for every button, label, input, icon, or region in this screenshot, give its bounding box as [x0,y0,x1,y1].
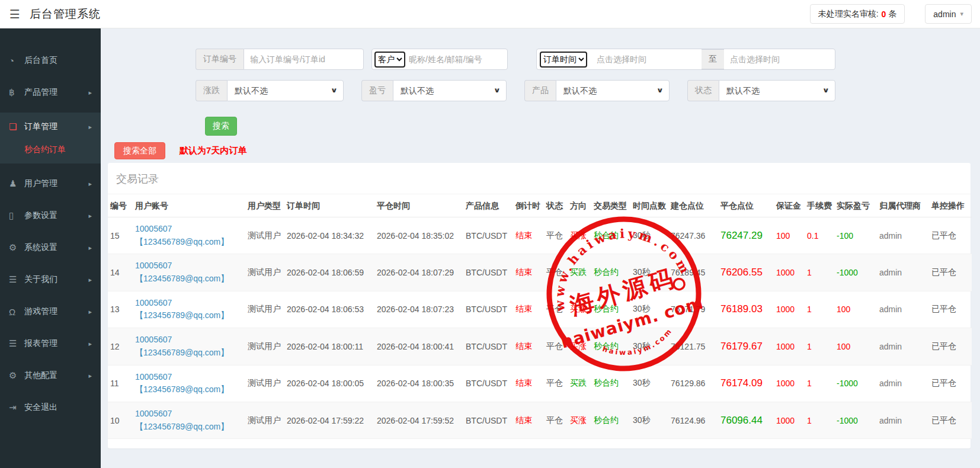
account-link[interactable]: 10005607 [135,259,243,273]
time-range-group: 订单时间 至 [536,49,835,70]
sidebar-item-reports[interactable]: ☰ 报表管理 ▸ [0,332,101,355]
sidebar-item-about-us[interactable]: ☰ 关于我们 ▸ [0,268,101,291]
sidebar-item-label: 安全退出 [24,402,57,413]
updown-select[interactable]: 默认不选 [227,80,344,101]
table-row: 14 10005607 【123456789@qq.com】 测试用户 2026… [108,254,972,291]
cell-product: BTC/USDT [463,291,513,328]
column-header: 平仓时间 [374,194,463,217]
main-content: 订单编号 客户 订单时间 至 涨跌 默认 [101,28,980,468]
search-all-button[interactable]: 搜索全部 [114,142,165,159]
account-email-link[interactable]: 【123456789@qq.com】 [135,236,243,249]
cell-account: 10005607 【123456789@qq.com】 [133,217,245,254]
cell-open-price: 76124.96 [668,402,718,438]
cell-open-time: 2026-02-04 18:00:05 [284,365,374,402]
hamburger-menu-icon[interactable]: ☰ [9,7,20,21]
audit-notice-badge[interactable]: 未处理实名审核: 0 条 [810,4,905,24]
cell-status: 平仓 [544,254,568,291]
sidebar-item-system-settings[interactable]: ⚙ 系统设置 ▸ [0,236,101,259]
time-type-select[interactable]: 订单时间 [540,52,587,68]
chevron-right-icon: ▸ [88,244,92,252]
cell-open-price: 76171.79 [668,291,718,328]
column-header: 编号 [108,194,133,217]
cell-user-type: 测试用户 [245,328,284,365]
sidebar-item-dashboard[interactable]: ◔ 后台首页 [0,49,101,72]
cell-pnl: -100 [834,217,877,254]
sidebar: ◔ 后台首页 ฿ 产品管理 ▸ ❏ 订单管理 ▸ 秒合约订单 ♟ 用户管理 ▸ … [0,28,101,468]
table-row: 12 10005607 【123456789@qq.com】 测试用户 2026… [108,328,972,365]
customer-keyword-input[interactable] [409,55,505,64]
cell-direction: 买涨 [568,328,591,365]
column-header: 归属代理商 [877,194,929,217]
cell-agent: admin [877,328,929,365]
sidebar-item-other-config[interactable]: ⚙ 其他配置 ▸ [0,364,101,387]
account-link[interactable]: 10005607 [135,371,243,384]
product-group: 产品 默认不选 ∨ [524,80,670,101]
status-select[interactable]: 默认不选 [719,80,835,101]
sign-out-icon: ⇥ [9,402,24,413]
orders-files-icon: ❏ [9,121,24,132]
cell-direction: 买跌 [568,365,591,402]
account-email-link[interactable]: 【123456789@qq.com】 [135,273,243,286]
sidebar-item-label: 后台首页 [24,55,57,66]
order-no-label: 订单编号 [196,49,244,70]
column-header: 建仓点位 [668,194,718,217]
cell-agent: admin [877,291,929,328]
sidebar-subitem-label: 秒合约订单 [24,145,66,155]
cell-trade-type: 秒合约 [591,402,630,438]
chevron-right-icon: ▸ [88,89,92,97]
cell-user-type: 测试用户 [245,402,284,438]
sidebar-active-group: ❏ 订单管理 ▸ 秒合约订单 [0,113,101,164]
account-email-link[interactable]: 【123456789@qq.com】 [135,383,243,396]
cell-open-price: 76129.86 [668,365,718,402]
cell-account: 10005607 【123456789@qq.com】 [133,402,245,438]
account-link[interactable]: 10005607 [135,297,243,310]
account-link[interactable]: 10005607 [135,334,243,347]
cell-close-price: 76174.09 [718,365,774,402]
column-header: 状态 [544,194,568,217]
cell-account: 10005607 【123456789@qq.com】 [133,365,245,402]
cell-agent: admin [877,217,929,254]
product-select[interactable]: 默认不选 [556,80,670,101]
time-from-input[interactable] [591,55,702,64]
cell-margin: 100 [774,217,805,254]
account-email-link[interactable]: 【123456789@qq.com】 [135,309,243,322]
column-header: 单控操作 [929,194,972,217]
cell-close-time: 2026-02-04 18:00:35 [374,365,463,402]
bitcoin-icon: ฿ [9,87,24,98]
sidebar-item-products[interactable]: ฿ 产品管理 ▸ [0,81,101,104]
cell-control: 已平仓 [929,254,972,291]
cell-close-time: 2026-02-04 18:35:02 [374,217,463,254]
sidebar-item-orders[interactable]: ❏ 订单管理 ▸ [0,115,101,139]
sidebar-item-parameters[interactable]: ▯ 参数设置 ▸ [0,204,101,227]
profit-select[interactable]: 默认不选 [393,80,507,101]
sidebar-item-logout[interactable]: ⇥ 安全退出 [0,396,101,419]
cell-fee: 1 [805,254,834,291]
sidebar-item-label: 关于我们 [24,274,57,285]
cell-countdown: 结束 [513,254,544,291]
sidebar-item-game-management[interactable]: Ω 游戏管理 ▸ [0,300,101,323]
column-header: 订单时间 [284,194,374,217]
updown-group: 涨跌 默认不选 ∨ [196,80,344,101]
cell-duration: 30秒 [630,328,668,365]
cell-product: BTC/USDT [463,217,513,254]
cell-countdown: 结束 [513,291,544,328]
sidebar-subitem-second-contract-orders[interactable]: 秒合约订单 [0,139,101,161]
cell-countdown: 结束 [513,328,544,365]
cell-open-price: 76121.75 [668,328,718,365]
cell-open-time: 2026-02-04 17:59:22 [284,402,374,438]
column-header: 时间点数 [630,194,668,217]
cell-close-price: 76096.44 [718,402,774,438]
order-no-input[interactable] [244,49,364,70]
cell-id: 11 [108,365,133,402]
account-email-link[interactable]: 【123456789@qq.com】 [135,421,243,434]
cell-fee: 1 [805,402,834,438]
account-link[interactable]: 10005607 [135,223,243,236]
cell-duration: 30秒 [630,365,668,402]
search-button[interactable]: 搜索 [205,117,237,136]
customer-type-select[interactable]: 客户 [374,52,405,68]
account-link[interactable]: 10005607 [135,408,243,421]
time-to-input[interactable] [724,55,835,64]
account-email-link[interactable]: 【123456789@qq.com】 [135,347,243,360]
user-menu[interactable]: admin ▾ [925,4,972,24]
sidebar-item-users[interactable]: ♟ 用户管理 ▸ [0,172,101,195]
